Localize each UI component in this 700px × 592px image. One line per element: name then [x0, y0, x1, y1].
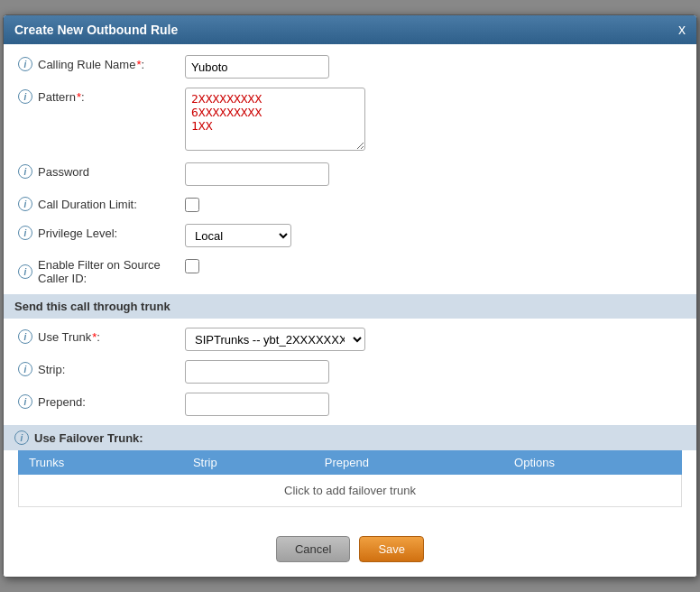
calling-rule-name-control: [185, 55, 682, 79]
calling-rule-name-info-icon[interactable]: i: [18, 57, 32, 71]
use-trunk-label: Use Trunk*:: [38, 330, 100, 344]
dialog-header: Create New Outbound Rule x: [4, 15, 696, 44]
pattern-info-icon[interactable]: i: [18, 89, 32, 104]
failover-section-label: Use Failover Trunk:: [34, 431, 143, 445]
strip-row: i Strip:: [18, 360, 682, 384]
failover-table-header-row: Trunks Strip Prepend Options: [18, 450, 682, 475]
prepend-input[interactable]: [185, 393, 329, 416]
password-label: Password: [38, 165, 89, 179]
save-button[interactable]: Save: [359, 536, 424, 562]
trunk-select-wrapper: SIPTrunks -- ybt_2XXXXXXXXX: [185, 328, 682, 351]
col-prepend: Prepend: [314, 450, 503, 475]
prepend-info-icon[interactable]: i: [18, 394, 32, 409]
prepend-row: i Prepend:: [18, 393, 682, 416]
password-input[interactable]: [185, 162, 329, 186]
calling-rule-name-input[interactable]: [185, 55, 329, 79]
call-duration-row: i Call Duration Limit:: [18, 195, 682, 215]
password-control: [185, 162, 682, 186]
failover-info-icon[interactable]: i: [14, 430, 29, 445]
call-duration-label: Call Duration Limit:: [38, 198, 137, 211]
use-trunk-info-icon[interactable]: i: [18, 329, 32, 344]
password-label-area: i Password: [18, 162, 185, 179]
privilege-level-info-icon[interactable]: i: [18, 226, 32, 240]
required-star: *: [136, 58, 141, 71]
enable-filter-label-area: i Enable Filter on Source Caller ID:: [18, 256, 185, 285]
failover-table-section: Trunks Strip Prepend Options Click to ad…: [18, 450, 682, 507]
dialog-title: Create New Outbound Rule: [14, 23, 178, 37]
enable-filter-row: i Enable Filter on Source Caller ID:: [18, 256, 682, 285]
use-trunk-label-area: i Use Trunk*:: [18, 328, 185, 344]
dialog-footer: Cancel Save: [4, 522, 696, 577]
strip-label: Strip:: [38, 363, 65, 376]
col-strip: Strip: [182, 450, 314, 475]
call-duration-info-icon[interactable]: i: [18, 197, 32, 211]
use-trunk-select[interactable]: SIPTrunks -- ybt_2XXXXXXXXX: [185, 328, 365, 351]
privilege-level-label: Privilege Level:: [38, 227, 117, 240]
col-trunks: Trunks: [18, 450, 182, 475]
pattern-row: i Pattern*: 2XXXXXXXXX 6XXXXXXXXX 1XX: [18, 88, 682, 153]
enable-filter-label: Enable Filter on Source Caller ID:: [38, 258, 185, 285]
strip-input[interactable]: [185, 360, 329, 384]
calling-rule-name-label-area: i Calling Rule Name*:: [18, 55, 185, 71]
privilege-level-row: i Privilege Level: Local Internal Long D…: [18, 224, 682, 247]
call-duration-label-area: i Call Duration Limit:: [18, 195, 185, 211]
privilege-level-select[interactable]: Local Internal Long Distance Internation…: [185, 224, 291, 247]
enable-filter-control: [185, 256, 682, 276]
calling-rule-name-row: i Calling Rule Name*:: [18, 55, 682, 79]
pattern-required-star: *: [77, 90, 81, 104]
pattern-textarea[interactable]: 2XXXXXXXXX 6XXXXXXXXX 1XX: [185, 88, 365, 151]
call-duration-control: [185, 195, 682, 215]
strip-info-icon[interactable]: i: [18, 362, 32, 376]
trunk-section-header: Send this call through trunk: [4, 294, 696, 319]
dialog-body: i Calling Rule Name*: i Pattern*: 2XXXXX…: [4, 44, 696, 522]
enable-filter-info-icon[interactable]: i: [18, 264, 32, 279]
prepend-control: [185, 393, 682, 416]
use-trunk-row: i Use Trunk*: SIPTrunks -- ybt_2XXXXXXXX…: [18, 328, 682, 351]
calling-rule-name-label: Calling Rule Name*:: [38, 58, 144, 71]
strip-control: [185, 360, 682, 384]
failover-table: Trunks Strip Prepend Options: [18, 450, 682, 475]
failover-table-header: Trunks Strip Prepend Options: [18, 450, 682, 475]
use-trunk-control: SIPTrunks -- ybt_2XXXXXXXXX: [185, 328, 682, 351]
prepend-label-area: i Prepend:: [18, 393, 185, 409]
password-row: i Password: [18, 162, 682, 186]
create-outbound-rule-dialog: Create New Outbound Rule x i Calling Rul…: [3, 14, 697, 578]
pattern-control: 2XXXXXXXXX 6XXXXXXXXX 1XX: [185, 88, 682, 153]
pattern-label: Pattern*:: [38, 90, 85, 104]
use-trunk-required-star: *: [92, 330, 97, 344]
failover-section-header: i Use Failover Trunk:: [4, 425, 696, 450]
password-info-icon[interactable]: i: [18, 164, 32, 179]
click-to-add-failover[interactable]: Click to add failover trunk: [18, 475, 682, 507]
enable-filter-checkbox[interactable]: [185, 259, 199, 273]
prepend-label: Prepend:: [38, 395, 86, 409]
cancel-button[interactable]: Cancel: [276, 536, 350, 562]
privilege-level-control: Local Internal Long Distance Internation…: [185, 224, 682, 247]
call-duration-checkbox[interactable]: [185, 198, 199, 212]
privilege-level-label-area: i Privilege Level:: [18, 224, 185, 240]
col-options: Options: [503, 450, 682, 475]
strip-label-area: i Strip:: [18, 360, 185, 376]
pattern-label-area: i Pattern*:: [18, 88, 185, 104]
close-button[interactable]: x: [678, 23, 686, 37]
